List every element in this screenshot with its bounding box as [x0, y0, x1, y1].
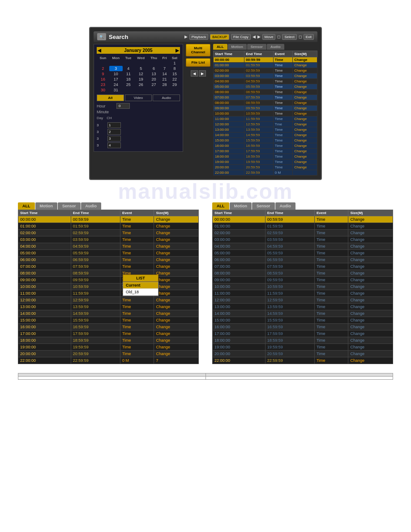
move-btn[interactable]: Move — [262, 34, 276, 40]
right-tab-sensor[interactable]: Sensor — [252, 202, 275, 210]
table-row[interactable]: 01:00:00 01:59:59 Time Change — [213, 223, 393, 230]
table-row[interactable]: 22:00:00 22:59:59 Time Change — [213, 357, 393, 364]
cal-day[interactable]: 14 — [160, 71, 169, 77]
table-row[interactable]: 05:00:00 05:59:59 Time Change — [213, 250, 393, 257]
table-row[interactable]: 05:00:00 05:59:59 Time Change — [214, 84, 317, 90]
table-row[interactable]: 13:00:00 13:59:59 Time Change — [213, 304, 393, 310]
table-row[interactable]: 22:00:00 22:59:59 0 M — [214, 170, 317, 176]
table-row[interactable]: 22:00:00 22:59:59 0 M 7 — [18, 357, 199, 364]
cal-day[interactable] — [148, 87, 160, 93]
list-item-current[interactable]: Current — [123, 282, 158, 289]
cal-day[interactable]: 29 — [169, 82, 180, 87]
table-row[interactable]: 04:00:00 04:59:59 Time Change — [213, 243, 393, 250]
table-row[interactable]: 05:00:00 05:59:59 Time Change — [18, 250, 199, 257]
right-tab-motion[interactable]: Motion — [230, 202, 252, 210]
table-row[interactable]: 09:00:00 09:59:59 Time Change — [213, 277, 393, 283]
table-row[interactable]: 13:00:00 13:59:59 Time Change — [18, 304, 199, 310]
cal-day[interactable]: 17 — [109, 77, 123, 82]
cal-day[interactable]: 15 — [169, 71, 180, 77]
prev-month-btn[interactable]: ◀ — [98, 48, 101, 53]
table-row[interactable]: 12:00:00 12:59:59 Time Change — [213, 297, 393, 304]
cal-day[interactable]: 21 — [160, 77, 169, 82]
cal-day[interactable] — [123, 87, 134, 93]
table-row[interactable]: 02:00:00 02:59:59 Time Change — [18, 230, 199, 236]
cal-day[interactable]: 24 — [109, 82, 123, 87]
table-row[interactable]: 17:00:00 17:59:59 Time Change — [18, 330, 199, 337]
cal-day[interactable]: 20 — [148, 77, 160, 82]
table-row[interactable]: 20:00:00 20:59:59 Time Change — [18, 351, 199, 357]
table-row[interactable]: 14:00:00 14:59:59 Time Change — [18, 310, 199, 317]
table-row[interactable]: 16:00:00 16:59:59 Time Change — [18, 324, 199, 330]
right-tab-all[interactable]: ALL — [212, 202, 229, 210]
table-row[interactable]: 15:00:00 15:59:59 Time Change — [214, 138, 317, 143]
hour-value[interactable]: 0 — [116, 103, 130, 109]
table-row[interactable]: 18:00:00 18:59:59 Time Change — [214, 154, 317, 159]
cal-day[interactable]: 31 — [109, 87, 123, 93]
cal-day[interactable] — [134, 60, 148, 66]
left-tab-audio[interactable]: Audio — [81, 202, 102, 210]
cal-day[interactable]: 25 — [123, 82, 134, 87]
multi-channel-btn[interactable]: MultiChannel — [186, 44, 210, 56]
left-tab-sensor[interactable]: Sensor — [58, 202, 81, 210]
cal-day[interactable]: 22 — [169, 77, 180, 82]
cal-day[interactable]: 3 — [109, 66, 123, 71]
table-row[interactable]: 07:00:00 07:59:59 Time Change — [213, 263, 393, 270]
cal-day[interactable]: 30 — [97, 87, 109, 93]
table-row[interactable]: 16:00:00 16:59:59 Time Change — [213, 324, 393, 330]
table-row[interactable]: 04:00:00 04:59:59 Time Change — [214, 79, 317, 84]
table-row[interactable]: 15:00:00 15:59:59 Time Change — [213, 317, 393, 324]
table-row[interactable]: 13:00:00 13:59:59 Time Change — [214, 127, 317, 133]
cal-day[interactable]: 2 — [97, 66, 109, 71]
event-tab-audio[interactable]: Audio — [267, 44, 284, 50]
cal-day[interactable] — [109, 60, 123, 66]
cal-day[interactable]: 26 — [134, 82, 148, 87]
table-row[interactable]: 10:00:00 10:59:59 Time Change — [213, 283, 393, 290]
event-tab-motion[interactable]: Motion — [228, 44, 247, 50]
left-tab-motion[interactable]: Motion — [35, 202, 58, 210]
tab-all[interactable]: All — [97, 94, 124, 101]
next-month-btn[interactable]: ▶ — [176, 48, 179, 53]
table-row[interactable]: 17:00:00 17:59:59 Time Change — [213, 330, 393, 337]
arrow-left[interactable]: ◀ — [191, 70, 198, 77]
table-row[interactable]: 19:00:00 19:59:59 Time Change — [213, 344, 393, 351]
event-tab-sensor[interactable]: Sensor — [247, 44, 266, 50]
table-row[interactable]: 11:00:00 11:59:59 Time Change — [18, 290, 199, 297]
table-row[interactable]: 01:00:00 01:59:59 Time Change — [214, 63, 317, 68]
table-row[interactable]: 00:00:00 00:59:59 Time Change — [18, 216, 199, 223]
table-row[interactable]: 14:00:00 14:59:59 Time Change — [214, 133, 317, 138]
cal-day[interactable]: 1 — [169, 60, 180, 66]
table-row[interactable]: 12:00:00 12:59:59 Tme Change — [214, 122, 317, 127]
exit-btn[interactable]: Exit — [304, 34, 314, 40]
event-tab-all[interactable]: ALL — [213, 44, 227, 50]
table-row[interactable]: 06:00:00 06:59:59 Time Change — [18, 257, 199, 263]
table-row[interactable]: 15:00:00 15:59:59 Time Change — [18, 317, 199, 324]
table-row[interactable]: 16:00:00 16:59:59 Time Change — [214, 143, 317, 149]
table-row[interactable]: 03:00:00 03:59:59 Time Change — [214, 73, 317, 79]
cal-day[interactable] — [134, 87, 148, 93]
cal-day[interactable]: 23 — [97, 82, 109, 87]
cal-day[interactable]: 16 — [97, 77, 109, 82]
table-row[interactable]: 00:00:00 00:59:59 Time Change — [214, 57, 317, 63]
table-row[interactable]: 03:00:00 03:59:59 Time Change — [18, 236, 199, 243]
table-row[interactable]: 08:00:00 08:59:59 Time Change — [18, 270, 199, 277]
table-row[interactable]: 08:00:00 08:59:59 Time Change — [213, 270, 393, 277]
table-row[interactable]: 07:00:00 07:59:59 Time Change — [214, 95, 317, 100]
table-row[interactable]: 11:00:00 11:59:59 Time Change — [213, 290, 393, 297]
cal-day[interactable]: 18 — [123, 77, 134, 82]
cal-day[interactable]: 4 — [123, 66, 134, 71]
table-row[interactable]: 10:00:00 10:59:59 Time Change — [18, 283, 199, 290]
tab-video[interactable]: Video — [125, 94, 152, 101]
cal-day[interactable] — [97, 60, 109, 66]
table-row[interactable]: 14:00:00 14:59:59 Time Change — [213, 310, 393, 317]
table-row[interactable]: 10:00:00 10:59:59 Time Change — [214, 111, 317, 116]
left-tab-all[interactable]: ALL — [18, 202, 35, 210]
file-copy-btn[interactable]: File Copy — [231, 34, 251, 40]
table-row[interactable]: 20:00:00 20:59:59 Time Change — [214, 165, 317, 170]
table-row[interactable]: 17:00:00 17:59:59 Time Change — [214, 149, 317, 154]
playback-btn[interactable]: Playback — [189, 34, 208, 40]
cal-day[interactable]: 8 — [169, 66, 180, 71]
tab-audio[interactable]: Audio — [153, 94, 180, 101]
table-row[interactable]: 09:00:00 09:59:59 Time Change — [18, 277, 199, 283]
cal-day[interactable] — [123, 60, 134, 66]
cal-day[interactable]: 12 — [134, 71, 148, 77]
